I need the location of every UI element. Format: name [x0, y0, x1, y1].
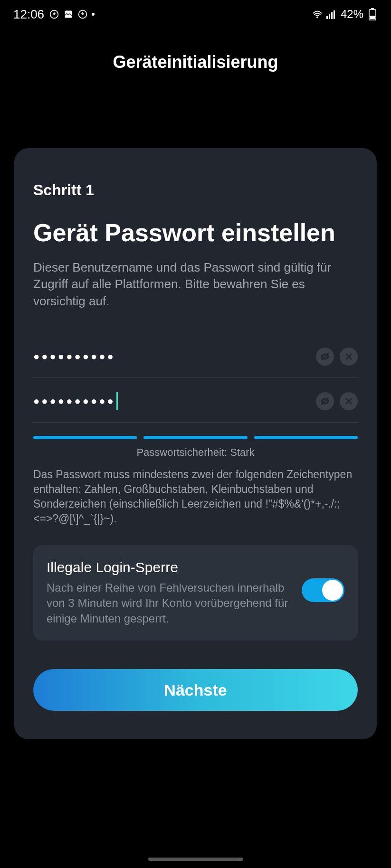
svg-rect-5 [329, 14, 330, 19]
lockout-description: Nach einer Reihe von Fehlversuchen inner… [47, 580, 292, 626]
download-icon [49, 9, 59, 19]
gallery-icon [63, 9, 74, 19]
download-icon [77, 9, 88, 19]
password-value-2: ●●●●●●●●●● [33, 395, 115, 407]
setup-card: Schritt 1 Gerät Passwort einstellen Dies… [14, 148, 377, 739]
step-label: Schritt 1 [33, 181, 358, 199]
battery-percentage: 42% [341, 8, 363, 21]
signal-icon [326, 9, 337, 19]
status-left: 12:06 [13, 7, 95, 22]
more-dot-icon [92, 13, 95, 16]
svg-rect-4 [326, 16, 328, 19]
lockout-toggle[interactable] [302, 578, 344, 602]
password-requirements: Das Passwort muss mindestens zwei der fo… [33, 467, 358, 526]
svg-rect-6 [331, 12, 333, 19]
toggle-knob [322, 580, 343, 601]
clear-input-icon[interactable] [340, 392, 358, 410]
login-lockout-panel: Illegale Login-Sperre Nach einer Reihe v… [33, 545, 358, 641]
password-value-1: ●●●●●●●●●● [33, 350, 115, 363]
password-strength-meter [33, 436, 358, 439]
page-title: Geräteinitialisierung [0, 52, 391, 72]
clear-input-icon[interactable] [340, 348, 358, 366]
password-input-1[interactable]: ●●●●●●●●●● [33, 350, 310, 363]
password-row-1: ●●●●●●●●●● [33, 333, 358, 378]
status-bar: 12:06 42% [0, 0, 391, 28]
lockout-title: Illegale Login-Sperre [47, 559, 292, 576]
lockout-text: Illegale Login-Sperre Nach einer Reihe v… [47, 559, 292, 626]
toggle-visibility-icon[interactable] [316, 392, 334, 410]
strength-label: Passwortsicherheit: Stark [33, 446, 358, 459]
svg-rect-7 [334, 10, 335, 19]
svg-rect-10 [370, 16, 375, 19]
wifi-icon [312, 9, 323, 19]
status-notification-icons [49, 9, 95, 19]
main-heading: Gerät Passwort einstellen [33, 218, 358, 247]
step-description: Dieser Benutzername und das Passwort sin… [33, 259, 358, 309]
strength-segment-2 [143, 436, 247, 439]
status-time: 12:06 [13, 7, 44, 22]
password-input-2[interactable]: ●●●●●●●●●● [33, 392, 310, 410]
next-button[interactable]: Nächste [33, 669, 358, 711]
navigation-handle[interactable] [148, 858, 243, 861]
strength-segment-3 [254, 436, 358, 439]
battery-icon [367, 9, 378, 19]
toggle-visibility-icon[interactable] [316, 348, 334, 366]
text-cursor [116, 392, 118, 410]
status-right: 42% [312, 8, 378, 21]
strength-segment-1 [33, 436, 137, 439]
svg-point-3 [316, 17, 318, 19]
password-row-2: ●●●●●●●●●● [33, 378, 358, 423]
